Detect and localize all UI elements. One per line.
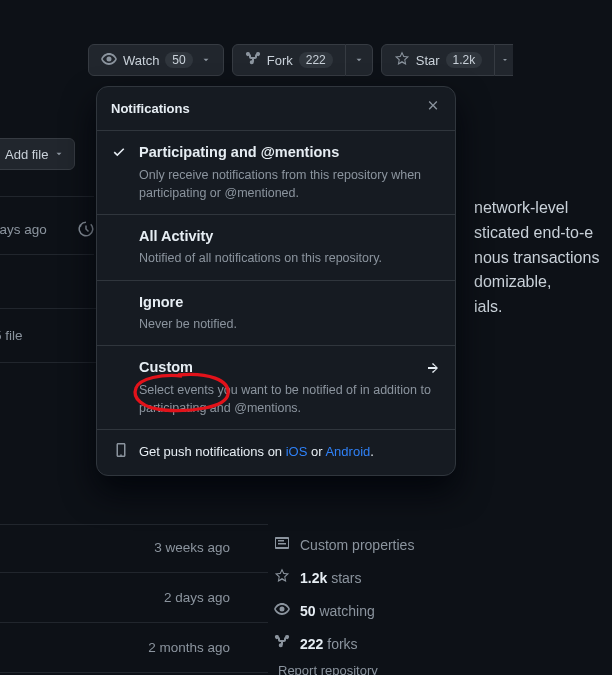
history-icon[interactable] xyxy=(78,221,94,240)
caret-down-icon xyxy=(54,147,64,162)
android-link[interactable]: Android xyxy=(325,444,370,459)
watch-button[interactable]: Watch 50 xyxy=(88,44,224,76)
push-notifications-footer: Get push notifications on iOS or Android… xyxy=(97,430,455,475)
fork-menu-button[interactable] xyxy=(346,44,373,76)
file-age: 2 months ago xyxy=(140,640,230,655)
arrow-right-icon xyxy=(425,360,441,379)
report-repository-link[interactable]: Report repository xyxy=(278,663,378,675)
add-file-label: Add file xyxy=(5,147,48,162)
star-label: Star xyxy=(416,53,440,68)
fork-count: 222 xyxy=(299,52,333,68)
sidebar-custom-properties[interactable]: Custom properties xyxy=(274,535,414,554)
note-icon xyxy=(274,535,290,554)
caret-down-icon xyxy=(501,53,509,68)
watch-count: 50 xyxy=(165,52,192,68)
close-button[interactable] xyxy=(425,99,441,118)
latest-commit-age: days ago xyxy=(0,222,47,237)
notifications-dropdown: Notifications Participating and @mention… xyxy=(96,86,456,476)
fork-icon xyxy=(245,51,261,70)
sidebar-forks[interactable]: 222 forks xyxy=(274,634,414,653)
file-age: 2 days ago xyxy=(140,590,230,605)
eye-icon xyxy=(274,601,290,620)
notif-option-all-activity[interactable]: All Activity Notified of all notificatio… xyxy=(97,215,455,280)
close-icon xyxy=(425,103,441,118)
watch-label: Watch xyxy=(123,53,159,68)
star-icon xyxy=(394,51,410,70)
star-button[interactable]: Star 1.2k xyxy=(381,44,496,76)
ios-link[interactable]: iOS xyxy=(286,444,308,459)
check-icon xyxy=(111,145,127,164)
phone-icon xyxy=(113,442,129,461)
file-age: 3 weeks ago xyxy=(140,540,230,555)
fork-button[interactable]: Fork 222 xyxy=(232,44,346,76)
add-file-button[interactable]: Add file xyxy=(0,138,75,170)
dropdown-title: Notifications xyxy=(111,101,190,116)
fork-icon xyxy=(274,634,290,653)
notif-option-ignore[interactable]: Ignore Never be notified. xyxy=(97,281,455,346)
notif-option-participating[interactable]: Participating and @mentions Only receive… xyxy=(97,131,455,214)
sidebar-stars[interactable]: 1.2k stars xyxy=(274,568,414,587)
star-count: 1.2k xyxy=(446,52,483,68)
eye-icon xyxy=(101,51,117,70)
fork-label: Fork xyxy=(267,53,293,68)
star-icon xyxy=(274,568,290,587)
caret-down-icon xyxy=(354,53,364,68)
file-label-partial: 5 file xyxy=(0,328,23,343)
notif-option-custom[interactable]: Custom Select events you want to be noti… xyxy=(97,346,455,429)
sidebar-watching[interactable]: 50 watching xyxy=(274,601,414,620)
about-description: network-level sticated end-to-e nous tra… xyxy=(474,196,612,320)
caret-down-icon xyxy=(201,53,211,68)
star-menu-button[interactable] xyxy=(495,44,513,76)
